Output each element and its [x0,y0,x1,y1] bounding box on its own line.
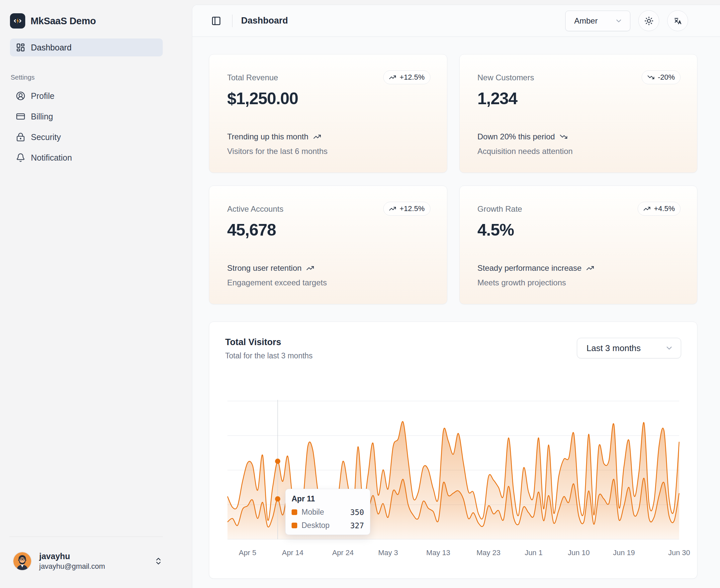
user-menu-trigger[interactable]: javayhu javayhu@gmail.com [9,537,163,588]
total-visitors-card: Total Visitors Total for the last 3 mont… [209,321,697,579]
sidebar: MkSaaS Demo Dashboard Settings Profile B… [0,0,192,588]
sidebar-item-label: Security [31,132,61,142]
trending-up-icon [389,205,396,212]
trend-badge: +12.5% [383,70,430,84]
stat-line1: Strong user retention [227,264,302,273]
x-tick-label: Apr 14 [282,548,303,557]
trending-up-icon [643,205,651,212]
x-tick-label: Jun 10 [568,548,590,557]
sidebar-item-label: Dashboard [31,43,72,52]
user-email: javayhu@gmail.com [39,562,105,571]
trending-down-icon [647,74,655,81]
sidebar-item-label: Profile [31,91,55,101]
sun-icon [644,16,654,25]
trend-badge: -20% [642,70,680,84]
tooltip-series-value: 327 [350,521,364,530]
sidebar-item-billing[interactable]: Billing [10,107,163,126]
sidebar-item-security[interactable]: Security [10,128,163,146]
visitors-area-chart[interactable]: Apr 5Apr 14Apr 24May 3May 13May 23Jun 1J… [209,322,697,579]
stat-title: Total Revenue [227,70,278,82]
stat-line1: Down 20% this period [478,132,555,141]
trending-up-icon [306,264,314,272]
badge-value: +12.5% [400,73,424,82]
page-title: Dashboard [241,16,288,26]
settings-nav: Profile Billing Security Notification [10,87,163,167]
language-button[interactable] [667,10,688,31]
stat-value: 45,678 [227,220,431,239]
user-icon [16,91,25,101]
chevrons-up-down-icon [154,557,163,565]
x-tick-label: May 3 [378,548,398,557]
stat-line1: Trending up this month [227,132,308,141]
panel-left-icon [211,16,221,26]
x-tick-label: May 13 [426,548,450,557]
brand-name: MkSaaS Demo [31,16,96,26]
content: Total Revenue +12.5% $1,250.00 Trending … [192,37,720,587]
main-panel: Dashboard Amber [192,5,720,588]
stat-title: Active Accounts [227,202,283,214]
trending-up-icon [389,74,396,81]
tooltip-series-value: 350 [350,508,364,517]
active-dot-mobile [275,497,280,502]
trend-badge: +12.5% [383,202,430,216]
badge-value: +12.5% [400,204,424,213]
theme-select-value: Amber [574,16,598,25]
stat-line2: Acquisition needs attention [478,147,681,156]
trend-badge: +4.5% [638,202,680,216]
x-tick-label: Jun 1 [525,548,543,557]
tooltip-series-label: Mobile [302,508,324,517]
stat-value: $1,250.00 [227,89,431,108]
brand-logo-icon [10,13,25,28]
stat-card-total-revenue: Total Revenue +12.5% $1,250.00 Trending … [209,54,447,173]
stat-line2: Engagement exceed targets [227,278,431,287]
chart-tooltip: Apr 11 Mobile 350 Desktop 327 [285,489,370,535]
sidebar-item-notification[interactable]: Notification [10,148,163,167]
topbar: Dashboard Amber [192,5,720,37]
badge-value: +4.5% [654,204,675,213]
trending-up-icon [313,133,321,141]
stat-value: 4.5% [478,220,681,239]
badge-value: -20% [658,73,675,82]
stat-line1: Steady performance increase [478,264,582,273]
chevron-down-icon [615,17,623,25]
brand: MkSaaS Demo [10,13,163,28]
user-info: javayhu javayhu@gmail.com [39,551,105,571]
sidebar-item-label: Billing [31,112,53,122]
lock-icon [16,132,25,142]
trending-up-icon [586,264,594,272]
x-tick-label: Apr 5 [239,548,256,557]
mobile-swatch-icon [292,509,297,515]
settings-group-label: Settings [10,74,163,81]
stat-card-growth-rate: Growth Rate +4.5% 4.5% Steady performanc… [459,186,698,304]
avatar [13,551,32,571]
bell-icon [16,153,25,162]
trending-down-icon [560,133,567,141]
stat-line2: Visitors for the last 6 months [227,147,431,156]
theme-select[interactable]: Amber [565,10,630,31]
tooltip-date: Apr 11 [292,495,364,503]
topbar-divider [232,15,233,27]
sidebar-item-dashboard[interactable]: Dashboard [10,39,163,57]
tooltip-series-label: Desktop [302,521,329,530]
stat-title: Growth Rate [478,202,522,214]
credit-card-icon [16,112,25,121]
dashboard-icon [16,43,25,52]
tooltip-row: Desktop 327 [292,521,364,530]
stat-line2: Meets growth projections [478,278,681,287]
sidebar-toggle-button[interactable] [209,14,223,28]
x-tick-label: Jun 19 [613,548,635,557]
x-tick-label: May 23 [477,548,500,557]
stat-title: New Customers [478,70,534,82]
sidebar-item-profile[interactable]: Profile [10,87,163,105]
sidebar-item-label: Notification [31,153,72,163]
tooltip-row: Mobile 350 [292,508,364,517]
stat-card-active-accounts: Active Accounts +12.5% 45,678 Strong use… [209,186,447,304]
topbar-actions: Amber [565,10,688,31]
languages-icon [673,16,682,25]
theme-mode-button[interactable] [638,10,659,31]
x-tick-label: Apr 24 [332,548,354,557]
x-tick-label: Jun 30 [668,548,690,557]
stat-value: 1,234 [478,89,681,108]
user-name: javayhu [39,551,105,562]
stat-card-new-customers: New Customers -20% 1,234 Down 20% this p… [459,54,698,173]
